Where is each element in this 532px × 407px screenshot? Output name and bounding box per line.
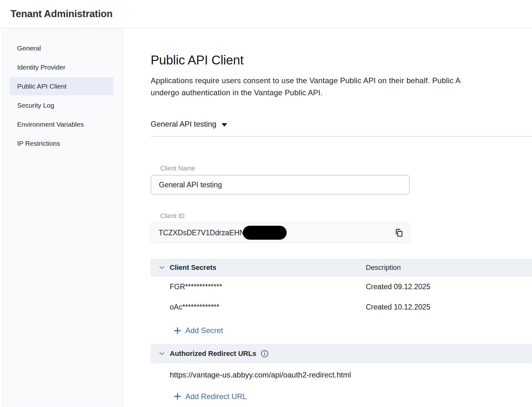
plus-icon bbox=[174, 392, 181, 400]
description-line-2: undergo authentication in the Vantage Pu… bbox=[151, 87, 532, 99]
client-name-input[interactable] bbox=[151, 175, 410, 195]
chevron-down-icon[interactable] bbox=[159, 352, 165, 355]
sidebar-item-environment-variables[interactable]: Environment Variables bbox=[10, 115, 113, 133]
add-redirect-url-label: Add Redirect URL bbox=[185, 392, 247, 401]
caret-down-icon bbox=[222, 123, 227, 127]
sidebar-item-general[interactable]: General bbox=[10, 39, 113, 57]
divider bbox=[151, 136, 532, 137]
secret-row: oAc************* Created 10.12.2025 bbox=[151, 297, 532, 317]
page-title: Public API Client bbox=[151, 52, 532, 68]
copy-icon[interactable] bbox=[393, 227, 404, 238]
description-column-header: Description bbox=[366, 264, 532, 272]
redirect-urls-section: Authorized Redirect URLs https://vantage… bbox=[151, 344, 532, 402]
client-name-label: Client Name bbox=[160, 164, 532, 172]
description-line-1: Applications require users consent to us… bbox=[151, 75, 532, 87]
chevron-down-icon[interactable] bbox=[159, 266, 165, 270]
client-selector-value: General API testing bbox=[151, 120, 216, 129]
client-id-field: TCZXDsDE7V1DdrzaEHN bbox=[151, 223, 410, 243]
layout: General Identity Provider Public API Cli… bbox=[0, 28, 532, 407]
sidebar-item-ip-restrictions[interactable]: IP Restrictions bbox=[10, 134, 113, 152]
client-id-label: Client ID bbox=[160, 212, 532, 220]
page-description: Applications require users consent to us… bbox=[151, 75, 532, 99]
redirect-url-row: https://vantage-us.abbyy.com/api/oauth2-… bbox=[151, 364, 532, 386]
redaction-blob bbox=[243, 226, 287, 240]
add-secret-button[interactable]: Add Secret bbox=[174, 325, 223, 336]
secret-value: FGR************* bbox=[170, 283, 366, 291]
secret-description: Created 10.12.2025 bbox=[366, 303, 532, 311]
secret-value: oAc************* bbox=[170, 303, 366, 311]
main-content: Public API Client Applications require u… bbox=[123, 28, 532, 407]
client-secrets-section: Client Secrets Description FGR**********… bbox=[151, 259, 532, 336]
redirect-urls-header: Authorized Redirect URLs bbox=[151, 344, 532, 364]
client-id-value: TCZXDsDE7V1DdrzaEHN bbox=[159, 229, 245, 237]
info-icon[interactable] bbox=[261, 350, 269, 358]
app-title: Tenant Administration bbox=[10, 8, 113, 20]
sidebar-item-security-log[interactable]: Security Log bbox=[10, 96, 113, 114]
client-secrets-header: Client Secrets Description bbox=[151, 259, 532, 277]
sidebar-item-identity-provider[interactable]: Identity Provider bbox=[10, 58, 113, 76]
plus-icon bbox=[174, 327, 181, 335]
redirect-url-value: https://vantage-us.abbyy.com/api/oauth2-… bbox=[170, 370, 351, 379]
app-header: Tenant Administration bbox=[0, 0, 532, 28]
redirect-urls-title: Authorized Redirect URLs bbox=[170, 350, 256, 358]
add-secret-label: Add Secret bbox=[185, 326, 223, 335]
sidebar-item-public-api-client[interactable]: Public API Client bbox=[10, 77, 113, 95]
sidebar: General Identity Provider Public API Cli… bbox=[3, 28, 123, 407]
client-selector-dropdown[interactable]: General API testing bbox=[151, 119, 227, 129]
add-redirect-url-button[interactable]: Add Redirect URL bbox=[174, 391, 247, 402]
secret-description: Created 09.12.2025 bbox=[366, 283, 532, 291]
client-secrets-title: Client Secrets bbox=[170, 264, 366, 272]
secret-row: FGR************* Created 09.12.2025 bbox=[151, 277, 532, 297]
